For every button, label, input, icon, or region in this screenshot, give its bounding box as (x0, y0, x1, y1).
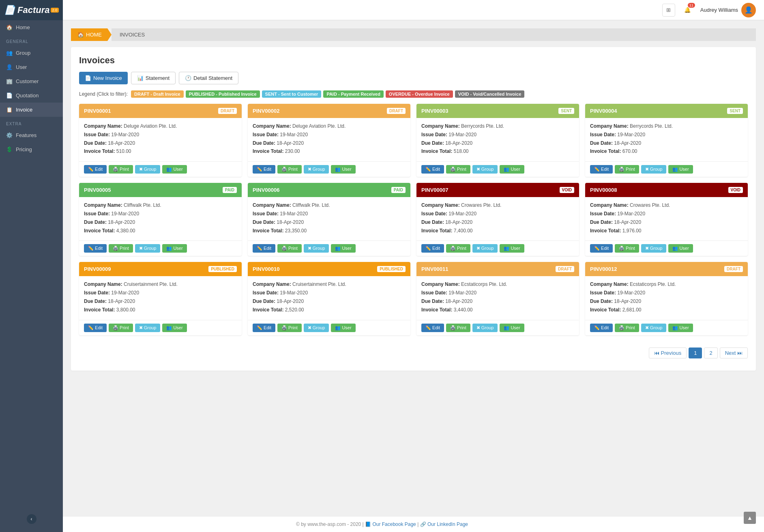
edit-button[interactable]: ✏️ Edit (253, 165, 275, 174)
user-button[interactable]: 👥 User (162, 324, 187, 332)
print-button[interactable]: 🖨️ Print (446, 244, 470, 253)
group-button[interactable]: ✖ Group (641, 324, 667, 332)
sidebar-item-invoice[interactable]: 📋 Invoice (0, 103, 63, 117)
print-button[interactable]: 🖨️ Print (277, 165, 302, 174)
print-button[interactable]: 🖨️ Print (615, 324, 639, 332)
action-bar: 📄 New Invoice 📊 Statement 🕐 Detail State… (79, 72, 748, 84)
group-button[interactable]: ✖ Group (304, 244, 329, 253)
print-button[interactable]: 🖨️ Print (615, 244, 639, 253)
footer-copyright: © by www.the-asp.com - 2020 | (296, 521, 364, 527)
new-invoice-button[interactable]: 📄 New Invoice (79, 72, 128, 84)
invoice-card-pinv00009: PINV00009 PUBLISHED Company Name: Cruise… (79, 262, 242, 335)
sidebar-item-group[interactable]: 👥 Group (0, 46, 63, 60)
invoice-id: PINV00004 (590, 108, 617, 114)
sidebar-item-user[interactable]: 👤 User (0, 60, 63, 74)
user-button[interactable]: 👥 User (331, 324, 355, 332)
card-body: Company Name: Deluge Aviation Pte. Ltd. … (248, 118, 410, 161)
legend-overdue[interactable]: OVERDUE - Overdue Invoice (386, 90, 453, 98)
sidebar-item-quotation[interactable]: 📄 Quotation (0, 88, 63, 103)
edit-button[interactable]: ✏️ Edit (253, 244, 275, 253)
edit-button[interactable]: ✏️ Edit (590, 244, 613, 253)
status-badge: SENT (727, 108, 743, 114)
edit-button[interactable]: ✏️ Edit (84, 165, 107, 174)
print-button[interactable]: 🖨️ Print (446, 324, 470, 332)
print-button[interactable]: 🖨️ Print (109, 165, 133, 174)
company-name: Company Name: Cruisertainment Pte. Ltd. (253, 281, 406, 288)
next-button[interactable]: Next ⏭ (720, 348, 748, 358)
status-badge: VOID (560, 187, 574, 193)
user-button[interactable]: 👥 User (162, 244, 187, 253)
print-button[interactable]: 🖨️ Print (109, 324, 133, 332)
scroll-top-button[interactable]: ▲ (744, 512, 756, 524)
user-button[interactable]: 👥 User (668, 165, 693, 174)
group-button[interactable]: ✖ Group (641, 244, 667, 253)
user-button[interactable]: 👥 User (331, 165, 355, 174)
due-date: Due Date: 18-Apr-2020 (253, 219, 406, 226)
user-button[interactable]: 👥 User (162, 165, 187, 174)
sidebar-item-customer[interactable]: 🏢 Customer (0, 74, 63, 88)
page-1-button[interactable]: 1 (689, 348, 702, 358)
sidebar-item-features[interactable]: ⚙️ Features (0, 128, 63, 142)
card-footer: ✏️ Edit 🖨️ Print ✖ Group 👥 User (248, 320, 410, 335)
legend-published[interactable]: PUBLISHED - Published Invoice (186, 90, 260, 98)
legend-sent[interactable]: SENT - Sent to Customer (262, 90, 322, 98)
due-date: Due Date: 18-Apr-2020 (84, 219, 237, 226)
status-badge: PAID (223, 187, 237, 193)
company-name: Company Name: Cliffwalk Pte. Ltd. (84, 202, 237, 209)
edit-button[interactable]: ✏️ Edit (421, 244, 444, 253)
print-button[interactable]: 🖨️ Print (277, 324, 302, 332)
group-button[interactable]: ✖ Group (472, 244, 498, 253)
footer-facebook-link[interactable]: 📘 Our Facebook Page (365, 521, 416, 527)
edit-button[interactable]: ✏️ Edit (84, 244, 107, 253)
detail-statement-button[interactable]: 🕐 Detail Statement (179, 72, 238, 84)
page-title: Invoices (79, 55, 748, 66)
footer-linkedin-link[interactable]: Our LinkedIn Page (427, 521, 468, 527)
user-button[interactable]: 👥 User (331, 244, 355, 253)
invoice-card-pinv00001: PINV00001 DRAFT Company Name: Deluge Avi… (79, 104, 242, 177)
user-button[interactable]: 👥 User (500, 324, 524, 332)
group-button[interactable]: ✖ Group (135, 324, 161, 332)
user-button[interactable]: 👥 User (500, 165, 524, 174)
print-button[interactable]: 🖨️ Print (615, 165, 639, 174)
group-button[interactable]: ✖ Group (135, 244, 161, 253)
due-date: Due Date: 18-Apr-2020 (590, 298, 743, 305)
invoice-total: Invoice Total: 670.00 (590, 148, 743, 155)
breadcrumb-home[interactable]: 🏠 HOME (71, 28, 112, 41)
edit-button[interactable]: ✏️ Edit (253, 324, 275, 332)
group-button[interactable]: ✖ Group (472, 324, 498, 332)
edit-button[interactable]: ✏️ Edit (84, 324, 107, 332)
sidebar-item-pricing[interactable]: 💲 Pricing (0, 142, 63, 157)
card-body: Company Name: Cliffwalk Pte. Ltd. Issue … (248, 197, 410, 240)
edit-button[interactable]: ✏️ Edit (590, 165, 613, 174)
page-2-button[interactable]: 2 (704, 348, 717, 358)
group-button[interactable]: ✖ Group (304, 324, 329, 332)
legend-void[interactable]: VOID - Void/Cancelled Invoice (455, 90, 525, 98)
print-button[interactable]: 🖨️ Print (109, 244, 133, 253)
group-button[interactable]: ✖ Group (304, 165, 329, 174)
legend-draft[interactable]: DRAFT - Draft Invoice (131, 90, 184, 98)
status-badge: PUBLISHED (377, 266, 406, 272)
edit-button[interactable]: ✏️ Edit (590, 324, 613, 332)
grid-icon-button[interactable]: ⊞ (662, 4, 675, 17)
statement-button[interactable]: 📊 Statement (131, 72, 176, 84)
user-button[interactable]: 👥 User (668, 244, 693, 253)
previous-button[interactable]: ⏮ Previous (649, 348, 687, 358)
edit-button[interactable]: ✏️ Edit (421, 324, 444, 332)
features-icon: ⚙️ (6, 132, 13, 138)
group-button[interactable]: ✖ Group (641, 165, 667, 174)
user-button[interactable]: 👥 User (500, 244, 524, 253)
print-button[interactable]: 🖨️ Print (277, 244, 302, 253)
user-button[interactable]: 👥 User (668, 324, 693, 332)
notification-button[interactable]: 🔔 11 (681, 4, 694, 17)
legend-paid[interactable]: PAID - Payment Received (323, 90, 383, 98)
group-button[interactable]: ✖ Group (472, 165, 498, 174)
print-button[interactable]: 🖨️ Print (446, 165, 470, 174)
invoice-id: PINV00001 (84, 108, 111, 114)
group-button[interactable]: ✖ Group (135, 165, 161, 174)
due-date: Due Date: 18-Apr-2020 (421, 140, 574, 147)
edit-button[interactable]: ✏️ Edit (421, 165, 444, 174)
card-body: Company Name: Crowares Pte. Ltd. Issue D… (416, 197, 579, 240)
sidebar: 🏠 Home GENERAL 👥 Group 👤 User 🏢 Customer… (0, 20, 63, 532)
sidebar-collapse-button[interactable]: ‹ (27, 514, 36, 524)
sidebar-item-home[interactable]: 🏠 Home (0, 20, 63, 34)
